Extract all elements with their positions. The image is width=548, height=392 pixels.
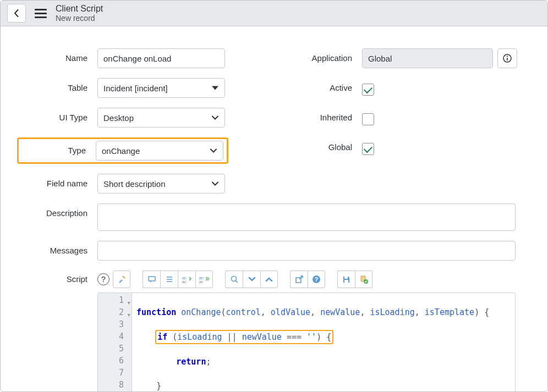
script-debugger-button[interactable] <box>355 270 372 288</box>
table-value: Incident [incident] <box>103 84 168 93</box>
chevron-down-icon <box>210 146 217 156</box>
line-gutter: 1▼ 2▼ 3 4 5 6 7 8 <box>98 293 132 392</box>
table-label: Table <box>20 78 97 98</box>
description-textarea[interactable] <box>97 203 516 231</box>
svg-text:ac: ac <box>182 280 187 283</box>
table-select[interactable]: Incident [incident] <box>97 78 225 98</box>
info-icon <box>503 54 512 63</box>
field-name-select[interactable]: Short description <box>97 174 225 194</box>
messages-textarea[interactable] <box>97 241 516 261</box>
search-prev-button[interactable] <box>260 270 278 288</box>
ui-type-select[interactable]: Desktop <box>97 108 225 128</box>
ui-type-value: Desktop <box>103 113 134 123</box>
replace-icon: abac <box>182 275 192 283</box>
chevron-down-icon <box>211 179 219 189</box>
save-icon <box>342 275 350 284</box>
help-icon: ? <box>312 275 321 284</box>
field-name-value: Short description <box>103 179 166 189</box>
active-checkbox[interactable] <box>362 84 374 96</box>
script-help-button[interactable]: ? <box>97 273 109 285</box>
replace-all-button[interactable]: abac <box>195 270 213 288</box>
application-info-button[interactable] <box>497 48 517 68</box>
header-text: Client Script New record <box>56 4 103 23</box>
script-label: Script <box>20 270 97 392</box>
code-content[interactable]: function onChange(control, oldValue, new… <box>132 293 494 392</box>
search-next-button[interactable] <box>243 270 260 288</box>
application-field: Global <box>362 48 493 68</box>
chevron-left-icon <box>13 9 20 17</box>
svg-text:ac: ac <box>199 280 204 283</box>
page-subtitle: New record <box>56 14 103 23</box>
ui-type-label: UI Type <box>20 108 97 128</box>
paint-icon <box>117 275 126 284</box>
menu-icon[interactable] <box>32 7 49 20</box>
global-label: Global <box>274 137 362 157</box>
script-editor[interactable]: 1▼ 2▼ 3 4 5 6 7 8 function onChange(cont… <box>97 292 516 392</box>
comment-icon <box>147 275 156 284</box>
svg-rect-3 <box>149 277 155 281</box>
form-area: Name Application Global Table Incident [… <box>1 26 547 392</box>
svg-text:ab: ab <box>199 276 204 280</box>
editor-help-button[interactable]: ? <box>308 270 325 288</box>
svg-rect-1 <box>507 58 508 60</box>
inherited-label: Inherited <box>274 108 362 128</box>
name-label: Name <box>20 48 97 68</box>
inherited-checkbox[interactable] <box>362 113 374 125</box>
application-label: Application <box>274 48 362 68</box>
fullscreen-button[interactable] <box>290 270 308 288</box>
search-icon <box>230 275 239 284</box>
svg-point-8 <box>231 277 236 281</box>
page-title: Client Script <box>56 4 103 14</box>
field-name-label: Field name <box>20 174 97 194</box>
toggle-comment-button[interactable] <box>143 270 160 288</box>
svg-text:ab: ab <box>182 276 187 280</box>
chevron-up-icon <box>265 277 273 282</box>
messages-label: Messages <box>20 241 97 261</box>
indent-icon <box>165 275 174 284</box>
type-select[interactable]: onChange <box>96 141 223 161</box>
description-label: Description <box>20 203 97 231</box>
search-button[interactable] <box>225 270 243 288</box>
svg-point-2 <box>507 56 508 57</box>
scroll-check-icon <box>359 275 368 284</box>
script-toolbar: ? abac abac <box>97 270 516 288</box>
type-row-highlight: Type onChange <box>17 137 228 164</box>
svg-text:?: ? <box>315 276 319 283</box>
page-header: Client Script New record <box>1 1 547 26</box>
application-value: Global <box>368 54 392 63</box>
back-button[interactable] <box>7 4 26 23</box>
type-value: onChange <box>102 146 140 156</box>
svg-rect-13 <box>344 280 348 283</box>
chevron-down-icon <box>248 277 256 282</box>
format-code-button[interactable] <box>160 270 178 288</box>
svg-rect-12 <box>344 277 348 279</box>
active-label: Active <box>274 78 362 98</box>
type-label: Type <box>22 141 96 161</box>
triangle-down-icon <box>211 84 219 93</box>
save-button[interactable] <box>337 270 355 288</box>
global-checkbox[interactable] <box>362 143 374 155</box>
replace-all-icon: abac <box>199 275 209 283</box>
replace-button[interactable]: abac <box>178 270 195 288</box>
name-input[interactable] <box>97 48 225 68</box>
chevron-down-icon <box>211 113 219 123</box>
popout-icon <box>295 275 303 283</box>
toggle-syntax-button[interactable] <box>113 270 130 288</box>
